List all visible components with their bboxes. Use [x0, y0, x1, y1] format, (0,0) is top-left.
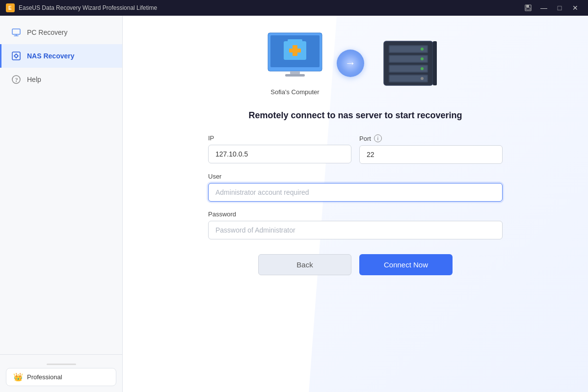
- svg-point-28: [421, 57, 424, 60]
- ip-label: IP: [208, 134, 351, 142]
- sidebar-item-help-label: Help: [27, 76, 41, 83]
- svg-point-27: [421, 48, 424, 51]
- port-label: Port i: [359, 134, 503, 142]
- form-title: Remotely connect to nas server to start …: [208, 110, 503, 121]
- svg-rect-3: [526, 5, 529, 7]
- sidebar-divider: [47, 364, 76, 365]
- svg-rect-5: [12, 29, 20, 34]
- svg-rect-17: [285, 74, 305, 77]
- svg-rect-4: [526, 8, 530, 10]
- user-input[interactable]: [208, 183, 503, 202]
- svg-rect-31: [433, 41, 437, 85]
- titlebar: E EaseUS Data Recovery Wizard Profession…: [0, 0, 588, 16]
- help-icon: ?: [11, 75, 21, 84]
- sidebar-item-nas-recovery-label: NAS Recovery: [27, 52, 75, 60]
- computer-label: Sofia's Computer: [270, 88, 319, 96]
- nas-recovery-icon: [11, 51, 21, 61]
- crown-icon: 👑: [13, 372, 23, 382]
- svg-point-30: [421, 77, 424, 80]
- ip-group: IP: [208, 134, 351, 164]
- sidebar-item-pc-recovery[interactable]: PC Recovery: [0, 21, 122, 44]
- password-group: Password: [208, 210, 503, 239]
- nas-illustration: [374, 36, 448, 90]
- svg-text:E: E: [8, 5, 12, 11]
- password-input[interactable]: [208, 221, 503, 239]
- sidebar: PC Recovery NAS Recovery: [0, 16, 123, 392]
- maximize-button[interactable]: □: [553, 3, 566, 13]
- pro-badge-label: Professional: [27, 373, 62, 381]
- app-icon: E: [6, 3, 15, 12]
- svg-rect-16: [290, 71, 300, 74]
- sidebar-item-help[interactable]: ? Help: [0, 68, 122, 91]
- pro-badge[interactable]: 👑 Professional: [6, 368, 116, 386]
- sidebar-bottom: 👑 Professional: [0, 354, 122, 392]
- computer-image: [263, 30, 327, 84]
- close-button[interactable]: ✕: [568, 3, 582, 13]
- button-row: Back Connect Now: [208, 254, 503, 275]
- arrow-circle: →: [337, 50, 364, 77]
- ip-port-row: IP Port i: [208, 134, 503, 164]
- computer-illustration: Sofia's Computer: [263, 30, 327, 96]
- port-input[interactable]: [359, 145, 503, 164]
- password-label: Password: [208, 210, 503, 218]
- form-section: Remotely connect to nas server to start …: [208, 110, 503, 275]
- sidebar-item-nas-recovery[interactable]: NAS Recovery: [0, 44, 122, 68]
- ip-input[interactable]: [208, 145, 351, 163]
- app-title: EaseUS Data Recovery Wizard Professional…: [19, 4, 157, 11]
- back-button[interactable]: Back: [258, 254, 351, 275]
- user-label: User: [208, 173, 503, 180]
- save-titlebar-button[interactable]: [521, 3, 535, 13]
- user-group: User: [208, 173, 503, 202]
- port-info-icon[interactable]: i: [374, 134, 382, 142]
- pc-recovery-icon: [11, 27, 21, 37]
- connect-now-button[interactable]: Connect Now: [359, 254, 453, 275]
- svg-point-7: [15, 54, 18, 57]
- minimize-button[interactable]: —: [537, 3, 551, 13]
- sidebar-nav: PC Recovery NAS Recovery: [0, 16, 122, 354]
- content-inner: Sofia's Computer →: [123, 16, 588, 290]
- connection-diagram: Sofia's Computer →: [263, 30, 448, 96]
- titlebar-left: E EaseUS Data Recovery Wizard Profession…: [6, 3, 157, 12]
- svg-point-29: [421, 67, 424, 70]
- sidebar-item-pc-recovery-label: PC Recovery: [27, 28, 67, 36]
- svg-rect-15: [289, 49, 301, 52]
- minimize-icon: —: [540, 4, 547, 12]
- maximize-icon: □: [558, 4, 561, 12]
- close-icon: ✕: [572, 4, 578, 12]
- svg-text:?: ?: [15, 77, 18, 83]
- window-controls: — □ ✕: [521, 3, 582, 13]
- app-body: PC Recovery NAS Recovery: [0, 16, 588, 392]
- port-group: Port i: [359, 134, 503, 164]
- main-content: Sofia's Computer →: [123, 16, 588, 392]
- svg-rect-13: [288, 39, 302, 43]
- arrow-right-icon: →: [345, 57, 356, 70]
